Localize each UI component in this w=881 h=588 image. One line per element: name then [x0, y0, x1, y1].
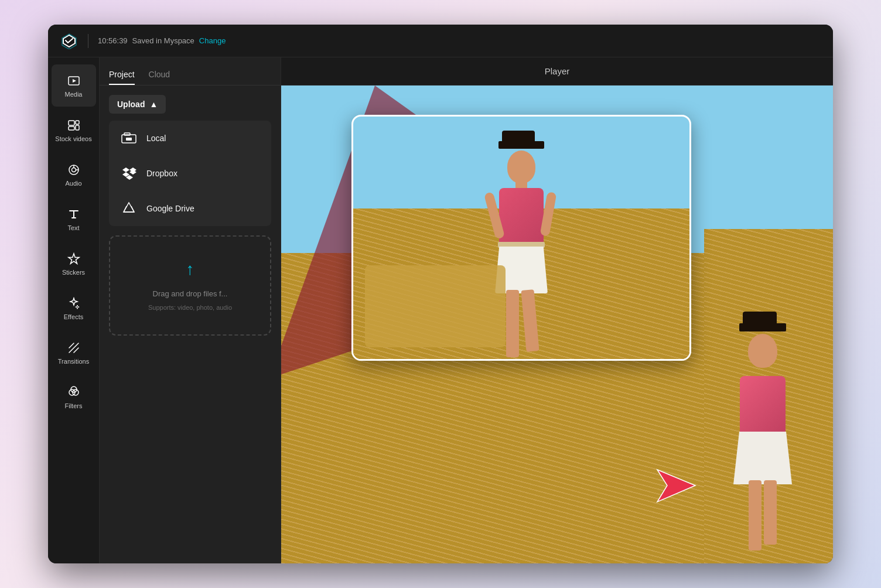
stickers-icon [67, 252, 81, 266]
svg-rect-4 [76, 121, 79, 124]
svg-point-7 [71, 167, 76, 172]
effects-icon [67, 296, 81, 310]
audio-icon [67, 163, 81, 177]
player-area: Player [281, 57, 833, 563]
bg-image [281, 86, 833, 563]
sidebar-item-text-label: Text [67, 224, 79, 231]
drag-drop-area[interactable]: ↑ Drag and drop files f... Supports: vid… [109, 235, 271, 336]
tab-cloud[interactable]: Cloud [149, 70, 170, 85]
drag-drop-text: Drag and drop files f... [153, 289, 228, 298]
player-header: Player [281, 57, 833, 86]
app-logo [60, 32, 78, 50]
tab-project[interactable]: Project [109, 70, 135, 85]
sidebar-item-media-label: Media [65, 91, 83, 98]
upload-button[interactable]: Upload ▲ [109, 95, 166, 114]
upload-arrow-icon: ↑ [186, 260, 194, 279]
preview-card [351, 115, 691, 361]
sidebar-item-media[interactable]: Media [52, 64, 96, 107]
svg-rect-3 [69, 127, 74, 130]
title-time: 10:56:39 [98, 36, 128, 45]
sidebar-item-stock-videos[interactable]: Stock videos [52, 109, 96, 151]
app-window: 10:56:39 Saved in Myspace Change Media [48, 25, 833, 563]
dropdown-item-dropbox[interactable]: Dropbox [109, 156, 271, 191]
sidebar-item-filters-label: Filters [65, 402, 83, 409]
upload-dropdown: Local Dropbox [109, 121, 271, 226]
sidebar-item-effects-label: Effects [64, 313, 83, 320]
dropbox-icon [121, 165, 137, 182]
stock-videos-icon [67, 118, 81, 132]
panel: Project Cloud Upload ▲ [100, 57, 281, 563]
transitions-icon [67, 341, 81, 355]
svg-rect-2 [69, 121, 74, 125]
sidebar-item-audio-label: Audio [65, 180, 81, 187]
title-divider [88, 34, 88, 48]
sidebar-item-effects[interactable]: Effects [52, 287, 96, 329]
drag-drop-subtext: Supports: video, photo, audio [148, 304, 232, 311]
sidebar-item-stock-videos-label: Stock videos [55, 135, 91, 142]
sidebar-item-stickers-label: Stickers [62, 269, 85, 276]
sidebar-item-text[interactable]: Text [52, 198, 96, 240]
dropdown-item-local[interactable]: Local [109, 121, 271, 156]
text-icon [67, 207, 81, 221]
title-change-link[interactable]: Change [199, 36, 226, 45]
panel-body: Upload ▲ Local [100, 86, 281, 563]
dropdown-item-google-drive[interactable]: Google Drive [109, 191, 271, 226]
filters-icon [67, 385, 81, 399]
sidebar-item-stickers[interactable]: Stickers [52, 242, 96, 285]
title-info: 10:56:39 Saved in Myspace Change [98, 36, 226, 45]
svg-rect-14 [124, 133, 130, 135]
media-icon [67, 74, 81, 88]
upload-label: Upload [117, 100, 145, 109]
sidebar: Media Stock videos [48, 57, 100, 563]
title-saved: Saved in Myspace [132, 36, 194, 45]
sidebar-item-transitions[interactable]: Transitions [52, 331, 96, 374]
local-icon [121, 130, 137, 146]
svg-rect-5 [76, 125, 79, 130]
sidebar-item-filters[interactable]: Filters [52, 376, 96, 418]
svg-marker-1 [73, 79, 76, 83]
sidebar-item-audio[interactable]: Audio [52, 153, 96, 196]
title-bar: 10:56:39 Saved in Myspace Change [48, 25, 833, 57]
upload-chevron: ▲ [149, 100, 158, 109]
player-title: Player [545, 66, 570, 76]
google-drive-icon [121, 200, 137, 217]
sidebar-item-transitions-label: Transitions [58, 358, 89, 365]
cursor-arrow [654, 467, 698, 505]
dropdown-local-label: Local [146, 134, 166, 143]
person-right-bg [704, 86, 833, 563]
dropdown-google-drive-label: Google Drive [146, 204, 194, 213]
panel-tabs: Project Cloud [100, 57, 281, 86]
main-content: Media Stock videos [48, 57, 833, 563]
dropdown-dropbox-label: Dropbox [146, 169, 177, 178]
player-content [281, 86, 833, 563]
svg-rect-15 [126, 138, 132, 141]
